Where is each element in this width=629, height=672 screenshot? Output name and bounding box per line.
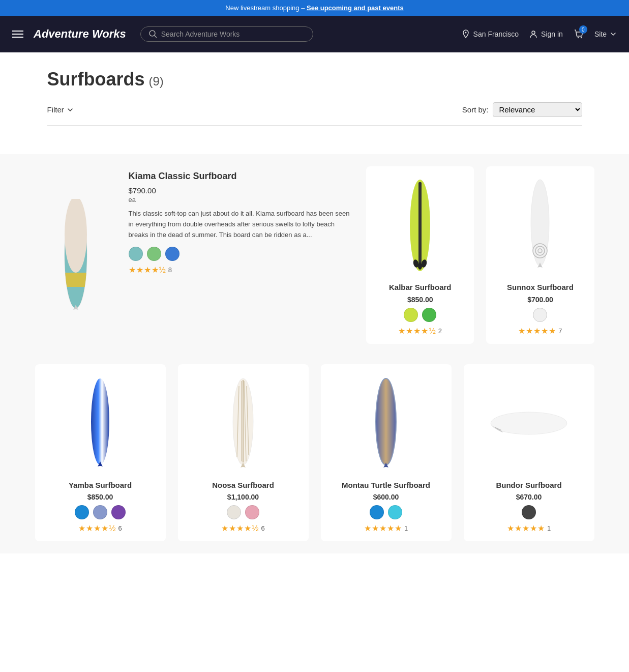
sort-bar: Sort by: Relevance Price: Low to High Pr… [462, 102, 582, 117]
star-rating-icons: ★★★★½ [221, 523, 259, 533]
noosa-image [228, 372, 258, 474]
filter-sort-bar: Filter Sort by: Relevance Price: Low to … [47, 102, 582, 126]
review-count: 1 [547, 524, 551, 532]
color-swatch[interactable] [370, 505, 384, 519]
search-bar[interactable] [140, 26, 313, 42]
product-card-bundor[interactable]: Bundor Surfboard $670.00 ★★★★★ 1 [464, 364, 594, 542]
featured-product-desc: This classic soft-top can just about do … [129, 209, 354, 240]
featured-product-info: Kiama Classic Surfboard $790.00 ea This … [129, 166, 354, 344]
montau-name: Montau Turtle Surfboard [342, 480, 430, 490]
kalbar-swatches [404, 308, 436, 322]
star-rating-icons: ★★★★★ [518, 326, 556, 336]
color-swatch[interactable] [75, 505, 89, 519]
cart-badge: 0 [579, 25, 587, 34]
location-button[interactable]: San Francisco [461, 30, 519, 39]
products-section: Kiama Classic Surfboard $790.00 ea This … [0, 154, 629, 553]
review-count: 1 [404, 524, 408, 532]
color-swatch[interactable] [388, 505, 402, 519]
sort-label: Sort by: [462, 105, 489, 114]
featured-product-price: $790.00 [129, 186, 354, 195]
product-card-kalbar[interactable]: Kalbar Surfboard $850.00 ★★★★½ 2 [366, 166, 474, 344]
review-count: 7 [558, 327, 562, 335]
sunnox-rating: ★★★★★ 7 [518, 326, 562, 336]
cart-button[interactable]: 0 [573, 28, 584, 40]
svg-point-5 [581, 37, 582, 38]
color-swatch[interactable] [111, 505, 126, 519]
product-card-yamba[interactable]: Yamba Surfboard $850.00 ★★★★½ 6 [35, 364, 166, 542]
montau-price: $600.00 [373, 493, 399, 501]
site-logo[interactable]: Adventure Works [34, 27, 126, 41]
color-swatch[interactable] [129, 247, 143, 261]
noosa-swatches [227, 505, 259, 519]
svg-line-1 [154, 36, 156, 38]
site-label: Site [594, 30, 607, 38]
site-dropdown-button[interactable]: Site [594, 30, 617, 38]
product-card-montau[interactable]: Montau Turtle Surfboard $600.00 ★★★★★ 1 [321, 364, 452, 542]
review-count: 8 [168, 266, 172, 274]
chevron-down-icon [610, 31, 617, 38]
review-count: 6 [261, 524, 265, 532]
main-content: Surfboards(9) Filter Sort by: Relevance … [35, 52, 594, 154]
filter-button[interactable]: Filter [47, 105, 73, 114]
signin-label: Sign in [541, 30, 563, 38]
first-product-row: Kiama Classic Surfboard $790.00 ea This … [35, 166, 594, 344]
color-swatch[interactable] [533, 308, 547, 322]
search-input[interactable] [161, 30, 305, 38]
star-rating-icons: ★★★★½ [129, 265, 166, 275]
kalbar-name: Kalbar Surfboard [389, 282, 452, 293]
color-swatch[interactable] [93, 505, 107, 519]
bundor-name: Bundor Surfboard [496, 480, 561, 490]
review-count: 6 [118, 524, 122, 532]
star-rating-icons: ★★★★½ [78, 523, 116, 533]
star-rating-icons: ★★★★★ [507, 523, 545, 533]
signin-button[interactable]: Sign in [529, 30, 563, 39]
featured-product-unit: ea [129, 196, 354, 203]
search-icon [149, 30, 157, 38]
sort-select[interactable]: Relevance Price: Low to High Price: High… [493, 102, 582, 117]
star-rating-icons: ★★★★½ [398, 326, 436, 336]
location-icon [461, 30, 470, 39]
svg-point-4 [578, 37, 579, 38]
location-label: San Francisco [473, 30, 519, 38]
hamburger-menu-button[interactable] [12, 31, 23, 38]
svg-point-20 [91, 378, 109, 465]
noosa-surfboard-image [228, 376, 258, 470]
sunnox-swatches [533, 308, 547, 322]
featured-product-image [35, 166, 116, 344]
svg-point-29 [491, 412, 567, 434]
filter-chevron-icon [67, 107, 73, 113]
svg-point-9 [65, 199, 87, 273]
page-title: Surfboards(9) [47, 69, 582, 90]
color-swatch[interactable] [522, 505, 536, 519]
banner-link[interactable]: See upcoming and past events [307, 4, 404, 12]
noosa-price: $1,100.00 [227, 493, 259, 501]
promo-banner: New livestream shopping – See upcoming a… [0, 0, 629, 16]
review-count: 2 [438, 327, 442, 335]
bundor-price: $670.00 [516, 493, 542, 501]
montau-rating: ★★★★★ 1 [364, 523, 408, 533]
color-swatch[interactable] [422, 308, 436, 322]
montau-swatches [370, 505, 402, 519]
kalbar-rating: ★★★★½ 2 [398, 326, 442, 336]
color-swatch[interactable] [245, 505, 259, 519]
featured-product[interactable]: Kiama Classic Surfboard $790.00 ea This … [35, 166, 354, 344]
product-count: (9) [149, 74, 164, 88]
person-icon [529, 30, 538, 39]
header-actions: San Francisco Sign in 0 Site [461, 28, 617, 40]
kalbar-image [404, 174, 437, 276]
color-swatch[interactable] [227, 505, 241, 519]
montau-image [371, 372, 401, 474]
color-swatch[interactable] [165, 247, 179, 261]
yamba-surfboard-image [86, 376, 114, 470]
product-card-sunnox[interactable]: Sunnox Surfboard $700.00 ★★★★★ 7 [486, 166, 594, 344]
color-swatch[interactable] [404, 308, 418, 322]
yamba-rating: ★★★★½ 6 [78, 523, 122, 533]
star-rating-icons: ★★★★★ [364, 523, 402, 533]
product-card-noosa[interactable]: Noosa Surfboard $1,100.00 ★★★★½ 6 [178, 364, 309, 542]
noosa-name: Noosa Surfboard [212, 480, 274, 490]
banner-text: New livestream shopping – [225, 4, 305, 12]
color-swatch[interactable] [147, 247, 161, 261]
featured-product-name: Kiama Classic Surfboard [129, 170, 354, 182]
sunnox-image [526, 174, 554, 276]
yamba-price: $850.00 [87, 493, 113, 501]
